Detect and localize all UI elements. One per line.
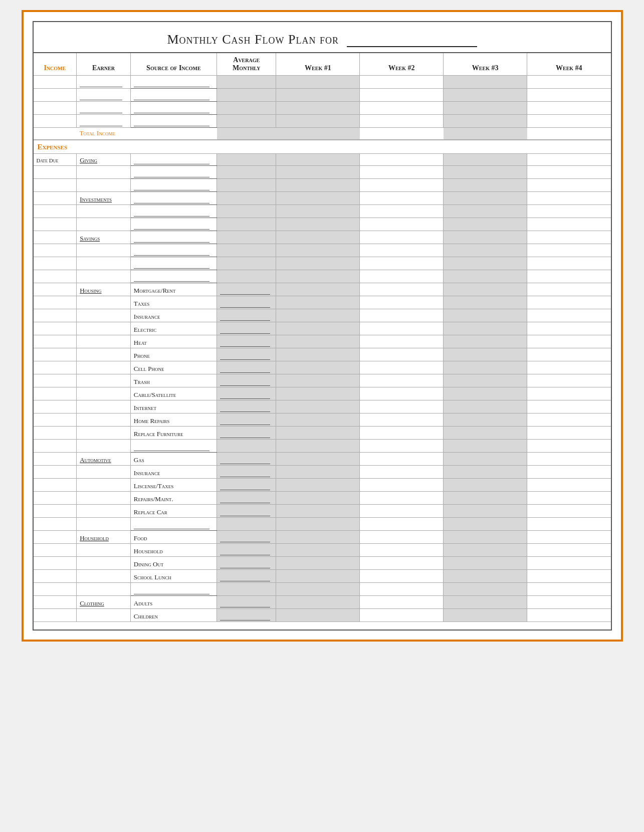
- housing-extra-row: [34, 439, 611, 452]
- expenses-header-row: Expenses: [34, 140, 611, 154]
- auto-extra-row: [34, 517, 611, 530]
- page-title: Monthly Cash Flow Plan for: [34, 22, 611, 53]
- auto-row-license: Liscense/Taxes: [34, 478, 611, 491]
- housing-row-phone: Phone: [34, 348, 611, 361]
- housing-row-furniture: Replace Furniture: [34, 426, 611, 439]
- investments-row-2: [34, 204, 611, 218]
- title-text: Monthly Cash Flow Plan for: [167, 32, 339, 47]
- header-week2: Week #2: [360, 53, 444, 76]
- household-row-dining: Dining Out: [34, 556, 611, 569]
- savings-row-2: [34, 244, 611, 257]
- savings-row-1: Savings: [34, 231, 611, 244]
- header-row: Income Earner Source of Income Average M…: [34, 53, 611, 76]
- bottom-padding-row: [34, 621, 611, 630]
- household-row-lunch: School Lunch: [34, 569, 611, 582]
- clothing-row-children: Children: [34, 608, 611, 621]
- outer-border: Monthly Cash Flow Plan for Income Earner…: [22, 10, 623, 642]
- header-week1: Week #1: [276, 53, 360, 76]
- housing-row-insurance: Insurance: [34, 309, 611, 322]
- housing-row-taxes: Taxes: [34, 296, 611, 309]
- auto-row-gas: Automotive Gas: [34, 452, 611, 465]
- household-row-household: Household: [34, 543, 611, 556]
- header-earner: Earner: [77, 53, 131, 76]
- inner-border: Monthly Cash Flow Plan for Income Earner…: [33, 21, 612, 631]
- main-table: Income Earner Source of Income Average M…: [34, 53, 611, 630]
- housing-row-mortgage: Housing Mortgage/Rent: [34, 283, 611, 296]
- savings-row-4: [34, 270, 611, 283]
- income-row-2: [34, 89, 611, 102]
- income-row-4: [34, 115, 611, 128]
- auto-row-insurance: Insurance: [34, 465, 611, 478]
- giving-header-row: Date Due Giving: [34, 153, 611, 165]
- header-week3: Week #3: [444, 53, 527, 76]
- clothing-row-adults: Clothing Adults: [34, 595, 611, 608]
- header-avg: Average Monthly: [217, 53, 276, 76]
- title-underline: [347, 31, 477, 47]
- income-row-1: [34, 76, 611, 89]
- housing-row-electric: Electric: [34, 322, 611, 335]
- giving-row-2: [34, 165, 611, 178]
- auto-row-repairs: Repairs/Maint.: [34, 491, 611, 504]
- housing-row-internet: Internet: [34, 400, 611, 413]
- investments-row-3: [34, 218, 611, 231]
- household-extra-row: [34, 582, 611, 595]
- housing-row-trash: Trash: [34, 374, 611, 387]
- housing-row-cable: Cable/Satellite: [34, 387, 611, 400]
- header-income: Income: [34, 53, 77, 76]
- investments-row-1: Investments: [34, 191, 611, 204]
- income-row-3: [34, 102, 611, 115]
- giving-row-3: [34, 178, 611, 191]
- housing-row-heat: Heat: [34, 335, 611, 348]
- total-income-row: Total Income: [34, 128, 611, 140]
- header-week4: Week #4: [527, 53, 611, 76]
- auto-row-replace: Replace Car: [34, 504, 611, 517]
- header-source: Source of Income: [130, 53, 217, 76]
- housing-row-homerepairs: Home Repairs: [34, 413, 611, 426]
- household-row-food: Household Food: [34, 530, 611, 543]
- savings-row-3: [34, 257, 611, 270]
- housing-row-cellphone: Cell Phone: [34, 361, 611, 374]
